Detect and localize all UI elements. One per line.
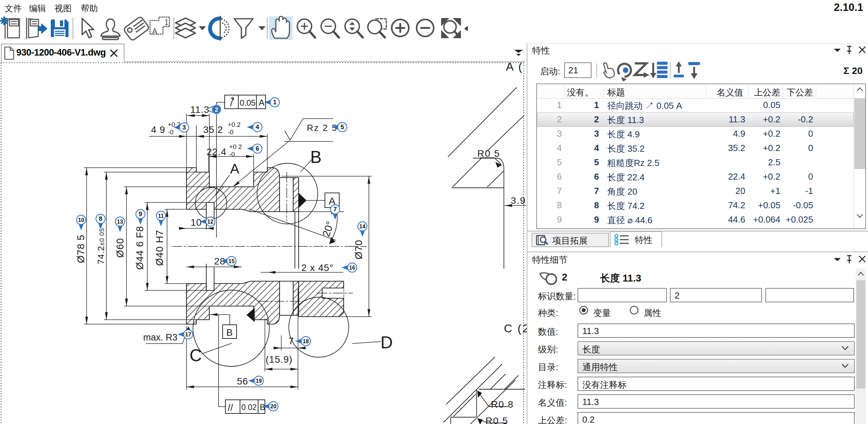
svg-text:Ø40 H7: Ø40 H7 xyxy=(154,230,165,266)
svg-text:14: 14 xyxy=(359,224,365,229)
svg-text:R0 5: R0 5 xyxy=(485,415,508,424)
svg-text:3: 3 xyxy=(182,124,186,131)
svg-text:A: A xyxy=(230,161,239,176)
svg-text:4: 4 xyxy=(256,124,259,131)
svg-text:D: D xyxy=(380,333,393,352)
svg-text:1: 1 xyxy=(164,18,169,27)
svg-text:7: 7 xyxy=(333,206,337,213)
svg-text:3.9: 3.9 xyxy=(511,195,526,206)
svg-text:B: B xyxy=(226,327,233,338)
svg-text:2: 2 xyxy=(215,106,219,113)
svg-text:A (: A ( xyxy=(506,62,523,73)
svg-text:max. R3: max. R3 xyxy=(143,332,178,343)
svg-text:4 9: 4 9 xyxy=(151,124,165,135)
svg-text:B: B xyxy=(310,148,321,167)
svg-text:16: 16 xyxy=(349,265,355,271)
svg-text:10: 10 xyxy=(78,217,84,223)
svg-text:+0.2: +0.2 xyxy=(228,121,241,128)
svg-text:17: 17 xyxy=(185,332,191,337)
svg-text:Ø44 6 F8: Ø44 6 F8 xyxy=(134,226,145,270)
svg-text:9: 9 xyxy=(139,211,142,217)
svg-text:2 x 45°: 2 x 45° xyxy=(301,262,333,273)
svg-text:B: B xyxy=(260,403,265,412)
svg-text:20: 20 xyxy=(270,404,276,409)
svg-text:18: 18 xyxy=(303,338,309,344)
svg-text:74.2±0 05: 74.2±0 05 xyxy=(96,228,106,264)
svg-text:-0: -0 xyxy=(229,151,235,158)
svg-text:Rz 2 5: Rz 2 5 xyxy=(307,123,338,133)
svg-text:+0 2: +0 2 xyxy=(229,143,242,150)
svg-text:0.05: 0.05 xyxy=(240,98,256,107)
svg-text:C: C xyxy=(190,346,202,365)
svg-text:13: 13 xyxy=(117,219,123,225)
svg-text:Ø60: Ø60 xyxy=(115,238,125,258)
svg-text:15: 15 xyxy=(228,258,235,264)
svg-text:Ø70: Ø70 xyxy=(353,240,364,259)
svg-text:R0 5: R0 5 xyxy=(477,148,500,159)
svg-text:-0: -0 xyxy=(168,128,174,136)
svg-text:A: A xyxy=(152,27,158,36)
svg-text:0 02: 0 02 xyxy=(241,403,257,412)
svg-text:11: 11 xyxy=(158,213,164,219)
svg-text:7: 7 xyxy=(288,336,294,346)
svg-text:10: 10 xyxy=(191,217,202,228)
svg-text:-0: -0 xyxy=(228,128,234,136)
svg-text:22.4: 22.4 xyxy=(207,147,227,157)
svg-text:56: 56 xyxy=(237,376,248,387)
svg-text:20°: 20° xyxy=(320,220,335,238)
svg-text:(15.9): (15.9) xyxy=(266,354,293,365)
svg-text:19: 19 xyxy=(256,378,262,384)
svg-text:5: 5 xyxy=(341,124,344,131)
svg-text:R0 8: R0 8 xyxy=(491,399,514,410)
svg-text://: // xyxy=(228,402,233,413)
svg-text:8: 8 xyxy=(99,215,102,222)
svg-text:1: 1 xyxy=(273,99,276,106)
svg-text:C (2: C (2 xyxy=(504,322,527,335)
svg-text:35 2: 35 2 xyxy=(203,124,223,135)
svg-text:6: 6 xyxy=(256,145,259,152)
svg-text:12: 12 xyxy=(207,219,213,225)
svg-text:A: A xyxy=(259,98,265,107)
svg-text:Ø78 5: Ø78 5 xyxy=(75,234,86,263)
